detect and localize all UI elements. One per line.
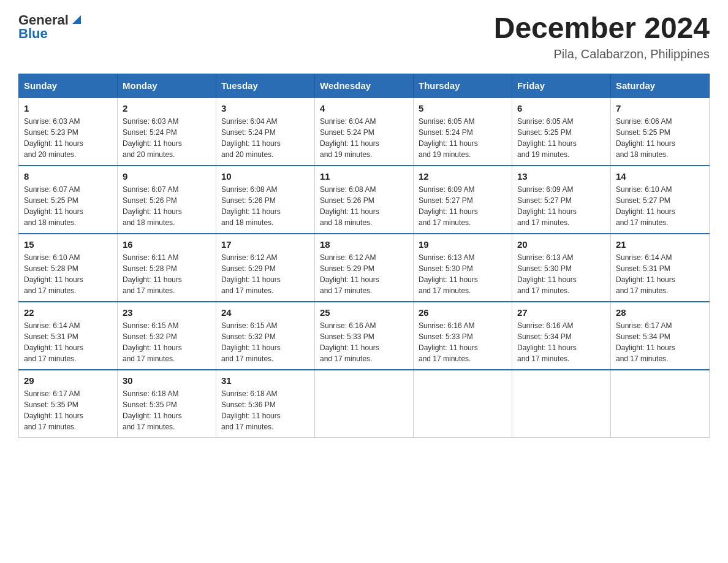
location-subtitle: Pila, Calabarzon, Philippines <box>494 47 710 61</box>
day-number: 22 <box>24 307 112 318</box>
day-info: Sunrise: 6:03 AMSunset: 5:23 PMDaylight:… <box>24 116 112 160</box>
day-number: 16 <box>123 239 211 250</box>
day-number: 7 <box>616 103 704 113</box>
table-row: 5 Sunrise: 6:05 AMSunset: 5:24 PMDayligh… <box>414 98 512 166</box>
table-row: 24 Sunrise: 6:15 AMSunset: 5:32 PMDaylig… <box>216 302 315 370</box>
table-row: 4 Sunrise: 6:04 AMSunset: 5:24 PMDayligh… <box>315 98 414 166</box>
day-number: 18 <box>320 239 408 250</box>
day-number: 30 <box>123 375 211 386</box>
day-number: 3 <box>221 103 309 113</box>
table-row: 21 Sunrise: 6:14 AMSunset: 5:31 PMDaylig… <box>611 234 710 302</box>
day-info: Sunrise: 6:03 AMSunset: 5:24 PMDaylight:… <box>123 116 211 160</box>
day-info: Sunrise: 6:12 AMSunset: 5:29 PMDaylight:… <box>221 252 309 296</box>
table-row: 28 Sunrise: 6:17 AMSunset: 5:34 PMDaylig… <box>611 302 710 370</box>
day-info: Sunrise: 6:17 AMSunset: 5:34 PMDaylight:… <box>616 320 704 364</box>
day-info: Sunrise: 6:18 AMSunset: 5:35 PMDaylight:… <box>123 388 211 432</box>
month-title: December 2024 <box>494 12 710 45</box>
day-info: Sunrise: 6:14 AMSunset: 5:31 PMDaylight:… <box>24 320 112 364</box>
day-number: 8 <box>24 171 112 182</box>
day-info: Sunrise: 6:04 AMSunset: 5:24 PMDaylight:… <box>221 116 309 160</box>
page-header: General Blue December 2024 Pila, Calabar… <box>18 12 710 61</box>
svg-marker-0 <box>72 15 81 24</box>
day-number: 29 <box>24 375 112 386</box>
day-info: Sunrise: 6:10 AMSunset: 5:28 PMDaylight:… <box>24 252 112 296</box>
logo-blue: Blue <box>18 26 48 42</box>
day-number: 9 <box>123 171 211 182</box>
day-number: 10 <box>221 171 309 182</box>
day-number: 17 <box>221 239 309 250</box>
day-info: Sunrise: 6:16 AMSunset: 5:33 PMDaylight:… <box>419 320 507 364</box>
day-info: Sunrise: 6:05 AMSunset: 5:24 PMDaylight:… <box>419 116 507 160</box>
day-number: 13 <box>517 171 605 182</box>
table-row: 17 Sunrise: 6:12 AMSunset: 5:29 PMDaylig… <box>216 234 315 302</box>
day-info: Sunrise: 6:10 AMSunset: 5:27 PMDaylight:… <box>616 184 704 228</box>
day-number: 23 <box>123 307 211 318</box>
day-number: 2 <box>123 103 211 113</box>
day-number: 14 <box>616 171 704 182</box>
day-number: 26 <box>419 307 507 318</box>
day-number: 15 <box>24 239 112 250</box>
table-row: 20 Sunrise: 6:13 AMSunset: 5:30 PMDaylig… <box>512 234 611 302</box>
day-info: Sunrise: 6:08 AMSunset: 5:26 PMDaylight:… <box>221 184 309 228</box>
week-row-5: 29 Sunrise: 6:17 AMSunset: 5:35 PMDaylig… <box>19 370 710 438</box>
title-area: December 2024 Pila, Calabarzon, Philippi… <box>494 12 710 61</box>
table-row: 8 Sunrise: 6:07 AMSunset: 5:25 PMDayligh… <box>19 166 118 234</box>
table-row: 18 Sunrise: 6:12 AMSunset: 5:29 PMDaylig… <box>315 234 414 302</box>
week-row-2: 8 Sunrise: 6:07 AMSunset: 5:25 PMDayligh… <box>19 166 710 234</box>
week-row-4: 22 Sunrise: 6:14 AMSunset: 5:31 PMDaylig… <box>19 302 710 370</box>
table-row: 12 Sunrise: 6:09 AMSunset: 5:27 PMDaylig… <box>414 166 512 234</box>
day-number: 20 <box>517 239 605 250</box>
day-info: Sunrise: 6:06 AMSunset: 5:25 PMDaylight:… <box>616 116 704 160</box>
col-saturday: Saturday <box>611 74 710 98</box>
table-row <box>315 370 414 438</box>
day-number: 19 <box>419 239 507 250</box>
day-info: Sunrise: 6:11 AMSunset: 5:28 PMDaylight:… <box>123 252 211 296</box>
day-info: Sunrise: 6:14 AMSunset: 5:31 PMDaylight:… <box>616 252 704 296</box>
calendar-table: Sunday Monday Tuesday Wednesday Thursday… <box>18 74 710 438</box>
day-info: Sunrise: 6:07 AMSunset: 5:25 PMDaylight:… <box>24 184 112 228</box>
logo-triangle-icon <box>70 13 83 26</box>
table-row: 7 Sunrise: 6:06 AMSunset: 5:25 PMDayligh… <box>611 98 710 166</box>
table-row: 22 Sunrise: 6:14 AMSunset: 5:31 PMDaylig… <box>19 302 118 370</box>
day-info: Sunrise: 6:12 AMSunset: 5:29 PMDaylight:… <box>320 252 408 296</box>
table-row: 31 Sunrise: 6:18 AMSunset: 5:36 PMDaylig… <box>216 370 315 438</box>
day-number: 12 <box>419 171 507 182</box>
col-wednesday: Wednesday <box>315 74 414 98</box>
table-row: 14 Sunrise: 6:10 AMSunset: 5:27 PMDaylig… <box>611 166 710 234</box>
table-row: 9 Sunrise: 6:07 AMSunset: 5:26 PMDayligh… <box>118 166 216 234</box>
day-info: Sunrise: 6:09 AMSunset: 5:27 PMDaylight:… <box>419 184 507 228</box>
col-sunday: Sunday <box>19 74 118 98</box>
table-row: 2 Sunrise: 6:03 AMSunset: 5:24 PMDayligh… <box>118 98 216 166</box>
weekday-header-row: Sunday Monday Tuesday Wednesday Thursday… <box>19 74 710 98</box>
day-number: 11 <box>320 171 408 182</box>
day-info: Sunrise: 6:15 AMSunset: 5:32 PMDaylight:… <box>123 320 211 364</box>
table-row: 25 Sunrise: 6:16 AMSunset: 5:33 PMDaylig… <box>315 302 414 370</box>
day-number: 27 <box>517 307 605 318</box>
table-row: 19 Sunrise: 6:13 AMSunset: 5:30 PMDaylig… <box>414 234 512 302</box>
day-number: 24 <box>221 307 309 318</box>
day-info: Sunrise: 6:05 AMSunset: 5:25 PMDaylight:… <box>517 116 605 160</box>
day-info: Sunrise: 6:09 AMSunset: 5:27 PMDaylight:… <box>517 184 605 228</box>
table-row: 6 Sunrise: 6:05 AMSunset: 5:25 PMDayligh… <box>512 98 611 166</box>
col-tuesday: Tuesday <box>216 74 315 98</box>
day-info: Sunrise: 6:15 AMSunset: 5:32 PMDaylight:… <box>221 320 309 364</box>
day-number: 4 <box>320 103 408 113</box>
col-thursday: Thursday <box>414 74 512 98</box>
day-info: Sunrise: 6:16 AMSunset: 5:34 PMDaylight:… <box>517 320 605 364</box>
day-number: 25 <box>320 307 408 318</box>
col-monday: Monday <box>118 74 216 98</box>
table-row <box>414 370 512 438</box>
table-row: 1 Sunrise: 6:03 AMSunset: 5:23 PMDayligh… <box>19 98 118 166</box>
day-number: 1 <box>24 103 112 113</box>
day-info: Sunrise: 6:04 AMSunset: 5:24 PMDaylight:… <box>320 116 408 160</box>
table-row: 27 Sunrise: 6:16 AMSunset: 5:34 PMDaylig… <box>512 302 611 370</box>
day-info: Sunrise: 6:07 AMSunset: 5:26 PMDaylight:… <box>123 184 211 228</box>
day-info: Sunrise: 6:18 AMSunset: 5:36 PMDaylight:… <box>221 388 309 432</box>
day-number: 28 <box>616 307 704 318</box>
table-row <box>611 370 710 438</box>
day-info: Sunrise: 6:13 AMSunset: 5:30 PMDaylight:… <box>419 252 507 296</box>
table-row: 23 Sunrise: 6:15 AMSunset: 5:32 PMDaylig… <box>118 302 216 370</box>
table-row: 13 Sunrise: 6:09 AMSunset: 5:27 PMDaylig… <box>512 166 611 234</box>
week-row-1: 1 Sunrise: 6:03 AMSunset: 5:23 PMDayligh… <box>19 98 710 166</box>
table-row: 30 Sunrise: 6:18 AMSunset: 5:35 PMDaylig… <box>118 370 216 438</box>
